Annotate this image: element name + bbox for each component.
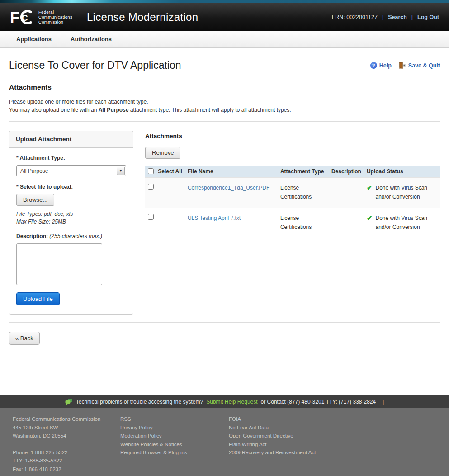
footer-link[interactable]: Moderation Policy bbox=[120, 432, 229, 440]
footer-address-line: Federal Communications Commission bbox=[13, 415, 120, 424]
upload-attachment-panel: Upload Attachment * Attachment Type: All… bbox=[9, 131, 133, 315]
door-icon bbox=[399, 62, 406, 69]
search-link[interactable]: Search bbox=[388, 14, 407, 20]
footer-contact-line: TTY: 1-888-835-5322 bbox=[13, 457, 120, 465]
column-file-name: File Name bbox=[185, 166, 278, 178]
separator: | bbox=[382, 14, 383, 20]
footer-link[interactable]: RSS bbox=[120, 415, 229, 424]
intro-line-1: Please upload one or more files for each… bbox=[9, 99, 148, 105]
intro-text: Please upload one or more files for each… bbox=[9, 98, 440, 114]
column-description: Description bbox=[329, 166, 364, 178]
table-header-row: Select All File Name Attachment Type Des… bbox=[145, 166, 440, 178]
footer-link[interactable]: Open Government Directive bbox=[229, 432, 449, 440]
back-button[interactable]: « Back bbox=[9, 332, 40, 345]
save-quit-label: Save & Quit bbox=[408, 62, 440, 69]
upload-status-cell: ✔ Done with Virus Scan and/or Conversion bbox=[367, 183, 437, 201]
upload-panel-title: Upload Attachment bbox=[9, 131, 133, 148]
logo-line: Commission bbox=[38, 19, 72, 24]
remove-button[interactable]: Remove bbox=[145, 147, 180, 159]
svg-text:C: C bbox=[22, 13, 28, 23]
top-accent-strip bbox=[0, 0, 449, 3]
page-action-links: ? Help Save & Quit bbox=[370, 62, 440, 69]
intro-line-2-post: attachment type. This attachment will ap… bbox=[128, 107, 291, 113]
footer-address-line: Washington, DC 20554 bbox=[13, 432, 120, 440]
attachment-type-cell: License Certifications bbox=[278, 208, 329, 238]
footer-contact-line: Fax: 1-866-418-0232 bbox=[13, 465, 120, 474]
site-footer: Federal Communications Commission 445 12… bbox=[0, 408, 449, 476]
divider bbox=[9, 322, 440, 323]
attachments-list-section: Attachments Remove Select All File Name … bbox=[145, 131, 440, 315]
attachments-table: Select All File Name Attachment Type Des… bbox=[145, 166, 440, 238]
attachments-list-title: Attachments bbox=[145, 133, 440, 139]
attachment-type-select[interactable]: All Purpose ▼ bbox=[16, 165, 126, 176]
row-checkbox[interactable] bbox=[148, 184, 154, 190]
nav-item-applications[interactable]: Applications bbox=[16, 36, 52, 43]
select-all-label: Select All bbox=[158, 168, 182, 175]
fcc-logo-icon: F C bbox=[10, 9, 34, 26]
app-title: License Modernization bbox=[87, 11, 198, 24]
select-file-label: * Select file to upload: bbox=[16, 184, 126, 190]
page-title: License To Cover for DTV Application bbox=[9, 59, 181, 71]
logo-line: Communications bbox=[38, 14, 72, 19]
help-bar: Technical problems or trouble accessing … bbox=[0, 395, 449, 408]
upload-status-cell: ✔ Done with Virus Scan and/or Conversion bbox=[367, 214, 437, 232]
intro-line-2-bold: All Purpose bbox=[99, 107, 129, 113]
table-row: Correspondence1_Tda_User.PDF License Cer… bbox=[145, 178, 440, 208]
footer-link[interactable]: 2009 Recovery and Reinvestment Act bbox=[229, 448, 449, 457]
fcc-logo-text: Federal Communications Commission bbox=[38, 10, 72, 24]
attachments-section-heading: Attachments bbox=[9, 83, 440, 91]
file-types-note: File Types: pdf, doc, xls bbox=[16, 210, 126, 218]
fcc-logo: F C Federal Communications Commission bbox=[10, 9, 72, 26]
upload-status-text: Done with Virus Scan and/or Conversion bbox=[376, 183, 437, 201]
nav-item-authorizations[interactable]: Authorizations bbox=[71, 36, 112, 43]
description-textarea[interactable] bbox=[16, 243, 102, 285]
separator: | bbox=[411, 14, 413, 20]
help-bar-text-pre: Technical problems or trouble accessing … bbox=[76, 399, 203, 405]
description-label: Description: bbox=[16, 233, 48, 239]
help-link[interactable]: ? Help bbox=[370, 62, 392, 69]
check-icon: ✔ bbox=[367, 183, 373, 192]
file-name-link[interactable]: ULS Testing April 7.txt bbox=[188, 215, 241, 221]
upload-notes: File Types: pdf, doc, xls Max File Size:… bbox=[16, 210, 126, 226]
divider bbox=[9, 121, 440, 122]
spacer bbox=[13, 440, 120, 448]
attachment-type-selected-value: All Purpose bbox=[20, 168, 48, 174]
question-circle-icon: ? bbox=[370, 62, 377, 69]
footer-contact-line: Phone: 1-888-225-5322 bbox=[13, 448, 120, 457]
logo-line: Federal bbox=[38, 10, 72, 14]
site-header: F C Federal Communications Commission Li… bbox=[0, 3, 449, 31]
footer-link[interactable]: Website Policies & Notices bbox=[120, 440, 229, 449]
main-nav: Applications Authorizations bbox=[0, 31, 449, 48]
main-content: License To Cover for DTV Application ? H… bbox=[0, 59, 449, 395]
footer-links-column-1: RSS Privacy Policy Moderation Policy Web… bbox=[120, 415, 229, 476]
max-file-size-note: Max File Size: 25MB bbox=[16, 218, 126, 226]
check-icon: ✔ bbox=[367, 214, 373, 223]
footer-link[interactable]: Required Browser & Plug-ins bbox=[120, 448, 229, 457]
table-row: ULS Testing April 7.txt License Certific… bbox=[145, 208, 440, 238]
footer-links-column-2: FOIA No Fear Act Data Open Government Di… bbox=[229, 415, 449, 476]
intro-line-2-pre: You may also upload one file with an bbox=[9, 107, 99, 113]
chevron-down-icon: ▼ bbox=[117, 167, 125, 175]
browse-button[interactable]: Browse... bbox=[16, 194, 54, 206]
footer-address-line: 445 12th Street SW bbox=[13, 424, 120, 432]
upload-status-text: Done with Virus Scan and/or Conversion bbox=[376, 214, 437, 232]
chat-bubbles-icon bbox=[65, 399, 73, 405]
footer-address-column: Federal Communications Commission 445 12… bbox=[13, 415, 120, 476]
footer-contact-line: E-mail: fccinfo@fcc.gov bbox=[13, 473, 120, 476]
logout-link[interactable]: Log Out bbox=[417, 14, 439, 20]
upload-file-button[interactable]: Upload File bbox=[16, 292, 60, 305]
header-utility-links: FRN: 0022001127 | Search | Log Out bbox=[332, 14, 439, 20]
column-upload-status: Upload Status bbox=[364, 166, 440, 178]
footer-link[interactable]: Privacy Policy bbox=[120, 424, 229, 432]
submit-help-request-link[interactable]: Submit Help Request bbox=[206, 399, 257, 405]
column-attachment-type: Attachment Type bbox=[278, 166, 329, 178]
save-quit-link[interactable]: Save & Quit bbox=[399, 62, 440, 69]
file-name-link[interactable]: Correspondence1_Tda_User.PDF bbox=[188, 185, 269, 191]
footer-link[interactable]: No Fear Act Data bbox=[229, 424, 449, 432]
description-label-row: Description: (255 characters max.) bbox=[16, 233, 126, 239]
frn-label: FRN: 0022001127 bbox=[332, 14, 378, 20]
footer-link[interactable]: FOIA bbox=[229, 415, 449, 424]
row-checkbox[interactable] bbox=[148, 214, 154, 220]
select-all-checkbox[interactable] bbox=[148, 168, 154, 174]
footer-link[interactable]: Plain Writing Act bbox=[229, 440, 449, 449]
